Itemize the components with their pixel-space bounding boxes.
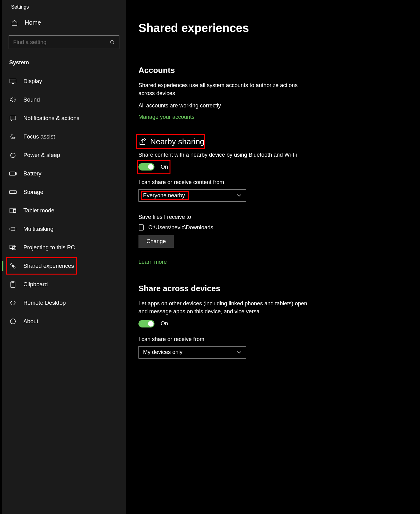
clipboard-icon	[9, 281, 17, 288]
share-across-body: Let apps on other devices (including lin…	[138, 299, 311, 315]
sidebar-item-label: Remote Desktop	[23, 299, 66, 306]
share-across-toggle[interactable]	[138, 320, 154, 327]
svg-rect-1	[10, 79, 16, 83]
sidebar-item-label: Projecting to this PC	[23, 244, 75, 251]
share-across-toggle-state: On	[161, 320, 168, 327]
focus-assist-icon	[9, 133, 17, 140]
sidebar-nav: Display Sound Notifications & actions Fo…	[2, 72, 126, 331]
svg-rect-2	[10, 116, 16, 120]
sidebar-item-battery[interactable]: Battery	[2, 164, 126, 183]
sidebar-item-label: Focus assist	[23, 133, 55, 140]
home-label: Home	[25, 19, 41, 26]
accounts-body-2: All accounts are working correctly	[138, 102, 311, 110]
search-input[interactable]	[9, 35, 119, 49]
home-nav[interactable]: Home	[2, 10, 126, 33]
accounts-heading: Accounts	[138, 66, 408, 75]
sidebar-item-focus-assist[interactable]: Focus assist	[2, 127, 126, 146]
sidebar-item-label: Clipboard	[23, 281, 48, 288]
change-button[interactable]: Change	[138, 235, 174, 248]
folder-icon	[138, 224, 144, 231]
shared-experiences-icon	[9, 263, 17, 269]
nearby-toggle-state: On	[161, 164, 168, 170]
chevron-down-icon	[237, 350, 242, 355]
notifications-icon	[9, 115, 17, 121]
save-to-label: Save files I receive to	[138, 214, 408, 220]
nearby-sharing-heading: Nearby sharing	[150, 137, 204, 147]
window-title: Settings	[2, 0, 126, 10]
sidebar-item-clipboard[interactable]: Clipboard	[2, 275, 126, 294]
sidebar-item-label: Sound	[23, 96, 40, 103]
main-content: Shared experiences Accounts Shared exper…	[126, 0, 420, 514]
sidebar-item-tablet-mode[interactable]: Tablet mode	[2, 201, 126, 220]
chevron-down-icon	[237, 193, 242, 198]
receive-from-value: Everyone nearby	[143, 192, 185, 199]
nearby-toggle[interactable]	[138, 163, 154, 171]
sidebar-item-remote-desktop[interactable]: Remote Desktop	[2, 294, 126, 312]
power-icon	[9, 152, 17, 158]
sidebar-item-label: Tablet mode	[23, 207, 54, 214]
svg-rect-9	[14, 209, 16, 212]
share-across-heading: Share across devices	[138, 284, 408, 293]
svg-point-0	[110, 40, 113, 43]
sidebar-item-storage[interactable]: Storage	[2, 183, 126, 201]
category-heading: System	[2, 53, 126, 72]
nearby-body: Share content with a nearby device by us…	[138, 151, 323, 159]
receive-from-select[interactable]: Everyone nearby	[138, 189, 246, 202]
learn-more-link[interactable]: Learn more	[138, 259, 167, 265]
sidebar-item-display[interactable]: Display	[2, 72, 126, 90]
storage-icon	[9, 190, 17, 194]
svg-point-7	[15, 192, 15, 192]
display-icon	[9, 78, 17, 84]
svg-rect-8	[10, 208, 16, 213]
home-icon	[11, 19, 18, 26]
tablet-icon	[9, 208, 17, 213]
accounts-body-1: Shared experiences use all system accoun…	[138, 81, 311, 97]
sidebar-item-label: Battery	[23, 170, 42, 177]
battery-icon	[9, 171, 17, 176]
share-icon	[138, 138, 147, 146]
sidebar-item-label: Power & sleep	[23, 152, 60, 159]
sidebar-item-label: Shared experiences	[23, 263, 74, 269]
remote-desktop-icon	[9, 300, 17, 306]
sidebar-item-multitasking[interactable]: Multitasking	[2, 220, 126, 238]
search-icon	[110, 40, 115, 45]
sidebar-item-sound[interactable]: Sound	[2, 90, 126, 109]
about-icon	[9, 318, 17, 324]
page-title: Shared experiences	[138, 22, 408, 35]
sidebar-item-power-sleep[interactable]: Power & sleep	[2, 146, 126, 164]
sidebar-item-shared-experiences[interactable]: Shared experiences	[2, 257, 126, 275]
svg-rect-4	[10, 172, 15, 175]
svg-rect-11	[10, 245, 14, 249]
sidebar-item-label: About	[23, 318, 38, 325]
share-receive-value: My devices only	[143, 349, 182, 355]
share-receive-label: I can share or receive from	[138, 336, 408, 343]
share-receive-select[interactable]: My devices only	[138, 346, 246, 359]
multitasking-icon	[9, 226, 17, 232]
search-text-input[interactable]	[13, 39, 110, 46]
manage-accounts-link[interactable]: Manage your accounts	[138, 114, 194, 120]
sound-icon	[9, 97, 17, 103]
sidebar: Settings Home System Display So	[0, 0, 126, 514]
save-path: C:\Users\pevic\Downloads	[148, 224, 213, 231]
receive-from-label: I can share or receive content from	[138, 179, 408, 186]
sidebar-item-projecting[interactable]: Projecting to this PC	[2, 238, 126, 257]
projecting-icon	[9, 245, 17, 250]
sidebar-item-label: Display	[23, 78, 42, 85]
svg-rect-10	[11, 227, 15, 231]
sidebar-item-about[interactable]: About	[2, 312, 126, 331]
sidebar-item-label: Notifications & actions	[23, 115, 79, 122]
svg-rect-5	[16, 173, 16, 175]
svg-rect-18	[139, 225, 143, 230]
sidebar-item-label: Multitasking	[23, 226, 54, 232]
sidebar-item-notifications[interactable]: Notifications & actions	[2, 109, 126, 127]
sidebar-item-label: Storage	[23, 189, 43, 195]
